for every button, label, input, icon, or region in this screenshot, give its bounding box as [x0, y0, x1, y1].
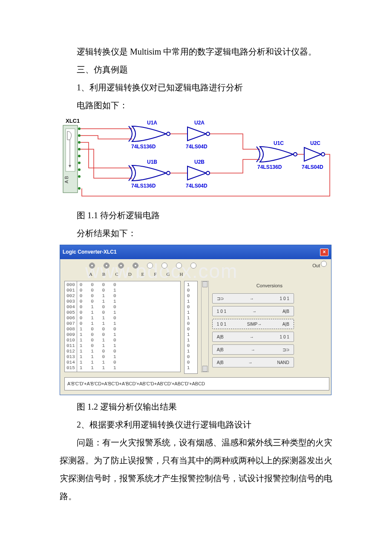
not-gate-icon — [187, 166, 210, 180]
conversions-panel: Conversions ⊐⊃→1 0 11 0 1→A|B1 0 1SIMP→A… — [212, 281, 327, 374]
document-page: 逻辑转换仪是 Multisim 中常用的数字逻辑电路分析和设计仪器。 三、仿真例… — [0, 0, 392, 531]
xor-gate-icon — [129, 126, 170, 142]
svg-point-8 — [78, 162, 81, 164]
svg-rect-1 — [66, 129, 75, 171]
close-icon[interactable]: × — [320, 249, 329, 256]
instrument-label: XLC1 — [66, 118, 80, 124]
svg-point-10 — [78, 175, 81, 178]
xor-gate-icon — [257, 147, 297, 162]
gate-part: 74LS136D — [131, 183, 156, 189]
letter: F — [154, 269, 156, 279]
svg-point-12 — [167, 132, 170, 136]
instrument-pins-label: A B — [64, 176, 69, 183]
gate-label: U2C — [310, 140, 320, 146]
input-radio-g[interactable] — [176, 263, 182, 269]
input-radio-c[interactable] — [118, 263, 124, 269]
logic-converter-figure: www.bdocx.com Logic Converter-XLC1 × Out — [60, 245, 332, 395]
gate-label: U1A — [147, 120, 157, 126]
svg-point-14 — [167, 171, 170, 175]
letter: D — [128, 269, 132, 279]
conversion-button[interactable]: ⊐⊃→1 0 1 — [212, 293, 294, 304]
not-gate-icon — [187, 127, 210, 141]
svg-point-7 — [78, 155, 81, 157]
gate-part: 74LS136D — [131, 144, 156, 150]
body-text: 问题：有一火灾报警系统，设有烟感、温感和紫外线三种类型的火灾探测器。为了防止误报… — [60, 434, 332, 505]
xor-gate-icon — [129, 165, 170, 181]
section-heading: 三、仿真例题 — [60, 61, 332, 78]
input-radio-e[interactable] — [147, 263, 153, 269]
expression-box[interactable]: A'B'C'D'+A'B'CD+A'BC'D+A'BCD'+AB'C'D+AB'… — [64, 377, 329, 390]
letter: H — [179, 269, 183, 279]
input-radio-b[interactable] — [104, 263, 110, 269]
scrollbar[interactable] — [201, 281, 209, 372]
letter: G — [166, 269, 170, 279]
svg-point-5 — [78, 141, 81, 144]
letter: E — [141, 269, 144, 279]
input-radio-f[interactable] — [161, 263, 167, 269]
not-gate-icon — [304, 147, 325, 161]
truth-table-output: 1 0 0 1 0 1 1 0 0 1 1 0 1 0 0 1 — [184, 281, 198, 374]
gate-part: 74LS04D — [302, 164, 323, 170]
conversion-button[interactable]: A|B→1 0 1 — [212, 332, 294, 342]
svg-point-16 — [294, 153, 297, 156]
conversions-label: Conversions — [212, 281, 327, 291]
svg-point-9 — [78, 168, 81, 171]
logic-converter-window: Logic Converter-XLC1 × Out A — [60, 245, 331, 395]
svg-point-15 — [206, 171, 210, 175]
letter: C — [115, 269, 118, 279]
svg-point-6 — [78, 148, 81, 150]
gate-part: 74LS04D — [186, 144, 208, 150]
input-radio-d[interactable] — [133, 263, 138, 269]
figure-caption: 图 1.1 待分析逻辑电路 — [60, 206, 332, 224]
letter: A — [89, 269, 92, 279]
gate-part: 74LS04D — [186, 183, 208, 189]
truth-table-bits: 0 0 0 0 0 0 0 1 0 0 1 0 0 0 1 1 0 1 0 0 … — [77, 281, 180, 372]
svg-point-17 — [321, 153, 325, 156]
svg-point-4 — [78, 134, 81, 137]
gate-label: U1C — [274, 140, 284, 146]
conversion-button[interactable]: A|B→⊐⊃ — [212, 344, 294, 355]
conversion-button[interactable]: A|B→NAND — [212, 357, 294, 367]
gate-part: 74LS136D — [257, 164, 282, 170]
conversion-button[interactable]: 1 0 1SIMP→A|B — [212, 319, 294, 329]
gate-label: U2B — [194, 159, 205, 165]
window-titlebar[interactable]: Logic Converter-XLC1 × — [60, 245, 331, 259]
svg-point-13 — [206, 132, 210, 136]
input-radio-a[interactable] — [89, 263, 95, 269]
svg-point-3 — [78, 127, 81, 130]
letter: B — [102, 269, 105, 279]
gate-label: U1B — [147, 159, 157, 165]
body-text: 逻辑转换仪是 Multisim 中常用的数字逻辑电路分析和设计仪器。 — [60, 43, 332, 61]
out-label: Out — [312, 261, 320, 271]
body-text: 分析结果如下： — [60, 224, 332, 242]
input-letters: A B C D E F G H — [89, 269, 327, 279]
window-title: Logic Converter-XLC1 — [63, 247, 117, 257]
input-radios — [89, 263, 327, 269]
gate-label: U2A — [194, 120, 205, 126]
truth-table: 000 001 002 003 004 005 006 007 008 009 … — [64, 281, 181, 372]
svg-point-11 — [78, 187, 81, 190]
figure-caption: 图 1.2 逻辑分析仪输出结果 — [60, 398, 332, 416]
circuit-diagram: XLC1 A B — [60, 117, 332, 204]
body-text: 电路图如下： — [60, 96, 332, 114]
body-text: 2、根据要求利用逻辑转换仪进行逻辑电路设计 — [60, 416, 332, 434]
truth-table-index: 000 001 002 003 004 005 006 007 008 009 … — [65, 281, 77, 372]
input-radio-h[interactable] — [190, 263, 196, 269]
body-text: 1、利用逻辑转换仪对已知逻辑电路进行分析 — [60, 78, 332, 96]
conversion-button[interactable]: 1 0 1→A|B — [212, 306, 294, 316]
